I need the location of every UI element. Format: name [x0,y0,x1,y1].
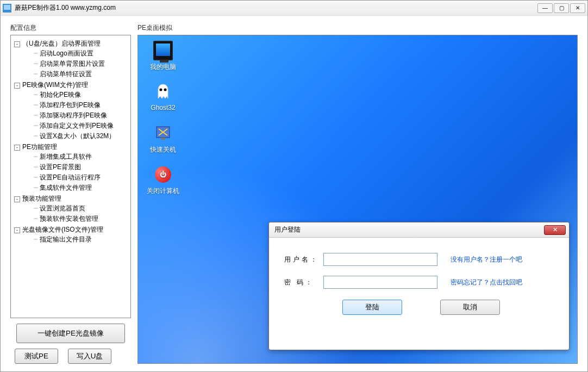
tree-item-label: 预装软件安装包管理 [40,215,98,222]
tree-item-label: 添加程序包到PE映像 [40,101,101,109]
tree-item[interactable]: 设置PE自动运行程序 [34,172,127,183]
maximize-button[interactable]: ▢ [554,3,569,13]
desktop-icon-ghost32[interactable]: Ghost32 [146,82,180,111]
tree-item[interactable]: 启动菜单背景图片设置 [34,59,127,69]
collapse-toggle[interactable]: - [14,41,20,47]
tree-item[interactable]: 新增集成工具软件 [34,152,127,162]
desktop-icon-quick-shutdown[interactable]: 快速关机 [146,123,180,154]
window-title: 蘑菇PE制作器1.00 www.yzmg.com [15,3,537,13]
username-label: 用户名： [284,255,323,264]
tree-item[interactable]: 添加程序包到PE映像 [34,100,127,110]
tree-item-label: 设置浏览器首页 [40,204,85,212]
tree-item[interactable]: 启动菜单特征设置 [34,69,127,79]
dialog-close-button[interactable]: ✕ [544,225,566,235]
tree-group[interactable]: -PE映像(WIM文件)管理 [14,80,127,90]
write-usb-button[interactable]: 写入U盘 [68,349,111,364]
collapse-toggle[interactable]: - [14,83,20,89]
password-input[interactable] [323,276,437,289]
cancel-button[interactable]: 取消 [440,300,500,315]
collapse-toggle[interactable]: - [14,227,20,233]
dialog-title: 用户登陆 [274,225,544,234]
tree-group-label[interactable]: PE功能管理 [22,143,57,151]
desktop-icon-power-off[interactable]: ⏻ 关闭计算机 [146,165,180,196]
tree-item[interactable]: 指定输出文件目录 [34,234,127,245]
test-pe-button[interactable]: 测试PE [15,349,58,364]
desktop-icon-label: 快速关机 [146,145,180,154]
monitor-icon [153,41,173,60]
tree-item-label: 设置PE自动运行程序 [40,173,101,181]
close-button[interactable]: ✕ [570,3,585,13]
tree-item-label: 指定输出文件目录 [40,235,92,243]
svg-point-3 [164,89,167,91]
tree-item-label: 启动Logo画面设置 [40,49,93,57]
tree-item-label: 初始化PE映像 [40,91,81,98]
tree-item-label: 集成软件文件管理 [40,184,92,191]
username-input[interactable] [323,253,437,266]
tree-item-label: 启动菜单背景图片设置 [40,60,105,67]
tree-item[interactable]: 启动Logo画面设置 [34,48,127,59]
tree-group-label[interactable]: 光盘镜像文件(ISO文件)管理 [22,226,103,233]
tree-item[interactable]: 设置PE背景图 [34,162,127,172]
tree-item-label: 设置PE背景图 [40,163,81,171]
tree-group-label[interactable]: 预装功能管理 [22,195,61,202]
left-column: 配置信息 -（U盘/光盘）启动界面管理启动Logo画面设置启动菜单背景图片设置启… [10,23,131,364]
app-icon [3,4,11,13]
tree-item-label: 新增集成工具软件 [40,153,92,160]
dialog-titlebar[interactable]: 用户登陆 ✕ [269,222,569,238]
tree-item[interactable]: 设置浏览器首页 [34,203,127,214]
tree-group-label[interactable]: （U盘/光盘）启动界面管理 [22,40,101,47]
power-icon: ⏻ [153,165,173,184]
password-label: 密 码： [284,278,323,287]
svg-rect-5 [161,138,165,140]
config-tree[interactable]: -（U盘/光盘）启动界面管理启动Logo画面设置启动菜单背景图片设置启动菜单特征… [10,35,131,318]
svg-point-2 [160,89,162,91]
collapse-toggle[interactable]: - [14,196,20,202]
tree-item-label: 添加驱动程序到PE映像 [40,111,107,119]
login-dialog: 用户登陆 ✕ 用户名： 没有用户名？注册一个吧 密 码： 密码忘记了？点击找回吧… [268,222,570,350]
tree-group[interactable]: -（U盘/光盘）启动界面管理 [14,39,127,48]
forgot-password-link[interactable]: 密码忘记了？点击找回吧 [451,278,522,287]
svg-rect-1 [4,5,10,10]
tree-item[interactable]: 预装软件安装包管理 [34,214,127,224]
tree-item[interactable]: 添加自定义文件到PE映像 [34,121,127,131]
collapse-toggle[interactable]: - [14,145,20,151]
dialog-body: 用户名： 没有用户名？注册一个吧 密 码： 密码忘记了？点击找回吧 登陆 取消 [269,238,569,321]
minimize-button[interactable]: — [537,3,553,13]
tree-group-label[interactable]: PE映像(WIM文件)管理 [22,81,88,89]
titlebar[interactable]: 蘑菇PE制作器1.00 www.yzmg.com — ▢ ✕ [1,1,587,16]
tree-item[interactable]: 初始化PE映像 [34,90,127,100]
desktop-icon-label: Ghost32 [146,104,180,111]
tree-group[interactable]: -预装功能管理 [14,194,127,203]
app-window: 蘑菇PE制作器1.00 www.yzmg.com — ▢ ✕ 配置信息 -（U盘… [0,0,588,372]
desktop-icon-label: 我的电脑 [146,63,180,72]
window-controls: — ▢ ✕ [537,3,585,13]
ghost-icon [153,82,173,102]
create-iso-button[interactable]: 一键创建PE光盘镜像 [16,324,125,343]
tree-item-label: 添加自定义文件到PE映像 [40,122,114,129]
config-panel-label: 配置信息 [10,23,131,33]
tree-item-label: 启动菜单特征设置 [40,70,92,78]
quick-shutdown-icon [153,123,173,143]
left-buttons: 一键创建PE光盘镜像 测试PE 写入U盘 [10,324,131,364]
tree-group[interactable]: -光盘镜像文件(ISO文件)管理 [14,225,127,234]
desktop-icon-label: 关闭计算机 [146,187,180,196]
register-link[interactable]: 没有用户名？注册一个吧 [451,255,522,264]
tree-group[interactable]: -PE功能管理 [14,142,127,152]
tree-item[interactable]: 添加驱动程序到PE映像 [34,110,127,121]
tree-item-label: 设置X盘大小（默认32M） [40,132,115,140]
tree-item[interactable]: 设置X盘大小（默认32M） [34,131,127,141]
tree-item[interactable]: 集成软件文件管理 [34,183,127,193]
desktop-panel-label: PE桌面模拟 [137,23,578,33]
login-button[interactable]: 登陆 [342,300,402,315]
desktop-icon-my-computer[interactable]: 我的电脑 [146,41,180,72]
